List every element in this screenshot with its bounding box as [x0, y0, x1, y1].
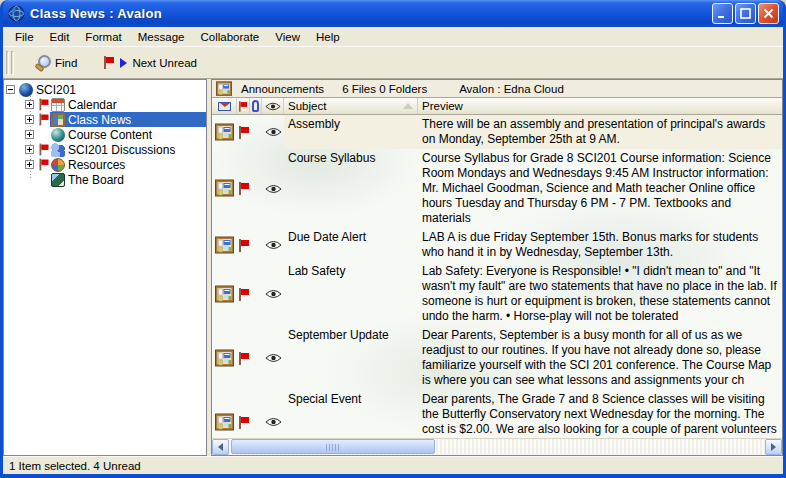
tree-item-label: SCI201 — [36, 83, 76, 97]
unread-flag-icon — [238, 288, 250, 301]
find-button[interactable]: Find — [28, 52, 83, 74]
course-content-icon — [51, 128, 65, 142]
message-preview: LAB A is due Friday September 15th. Bonu… — [418, 228, 782, 262]
expand-box-icon[interactable] — [25, 100, 34, 109]
maximize-button[interactable] — [735, 3, 756, 24]
tree-item-course-content[interactable]: Course Content — [4, 127, 206, 142]
bulletin-item-icon — [214, 236, 235, 255]
folder-tree-panel: SCI201 Calendar Class News Course Conten… — [3, 79, 207, 456]
column-attachment-icon[interactable] — [250, 98, 262, 114]
column-subject[interactable]: Subject — [284, 98, 418, 114]
message-row-lab-safety[interactable]: Lab Safety Lab Safety: Everyone is Respo… — [212, 262, 782, 326]
conference-header: Announcements 6 Files 0 Folders Avalon :… — [212, 80, 782, 98]
expand-box-icon[interactable] — [25, 145, 34, 154]
sort-ascending-icon — [403, 103, 413, 109]
tree-item-resources[interactable]: Resources — [4, 157, 206, 172]
eye-icon — [265, 417, 282, 427]
expand-box-icon[interactable] — [25, 160, 34, 169]
tree-item-label: SCI201 Discussions — [68, 143, 175, 157]
menu-item-help[interactable]: Help — [308, 29, 348, 45]
message-subject: Lab Safety — [284, 262, 418, 326]
eye-icon — [265, 353, 282, 363]
column-preview[interactable]: Preview — [418, 98, 782, 114]
tree-item-sci201-discussions[interactable]: SCI201 Discussions — [4, 142, 206, 157]
eye-icon — [265, 184, 282, 194]
bulletin-item-icon — [214, 285, 235, 304]
tree-item-sci201[interactable]: SCI201 — [4, 82, 206, 97]
message-list: Assembly There will be an assembly and p… — [212, 115, 782, 438]
tree-item-calendar[interactable]: Calendar — [4, 97, 206, 112]
eye-icon — [265, 127, 282, 137]
envelope-icon — [218, 102, 231, 111]
arrow-left-icon — [218, 443, 223, 451]
message-list-panel: Announcements 6 Files 0 Folders Avalon :… — [211, 79, 783, 456]
scroll-left-button[interactable] — [212, 439, 229, 455]
collapse-box-icon[interactable] — [6, 85, 15, 94]
column-preview-label: Preview — [422, 100, 463, 112]
scrollbar-thumb[interactable] — [231, 439, 435, 454]
server-user-location: Avalon : Edna Cloud — [459, 83, 564, 95]
unread-flag-icon — [238, 239, 250, 252]
file-folder-counts: 6 Files 0 Folders — [342, 83, 427, 95]
unread-flag-icon — [238, 182, 250, 195]
status-text: 1 Item selected. 4 Unread — [9, 460, 141, 472]
menu-item-collaborate[interactable]: Collaborate — [192, 29, 267, 45]
toolbar-gripper[interactable] — [6, 51, 14, 75]
next-unread-button[interactable]: Next Unread — [97, 53, 203, 72]
message-preview: Lab Safety: Everyone is Responsible! • "… — [418, 262, 782, 326]
message-preview: Dear Parents, September is a busy month … — [418, 326, 782, 390]
message-row-september-update[interactable]: September Update Dear Parents, September… — [212, 326, 782, 390]
minimize-button[interactable] — [712, 3, 733, 24]
resources-icon — [51, 158, 65, 172]
menu-item-message[interactable]: Message — [130, 29, 193, 45]
flag-icon — [103, 56, 115, 69]
message-row-course-syllabus[interactable]: Course Syllabus Course Syllabus for Grad… — [212, 149, 782, 228]
expand-box-icon[interactable] — [25, 130, 34, 139]
close-button[interactable] — [758, 3, 779, 24]
column-read-icon[interactable] — [262, 98, 284, 114]
message-subject: Assembly — [284, 115, 418, 149]
message-row-special-event[interactable]: Special Event Dear parents, The Grade 7 … — [212, 390, 782, 438]
message-preview: There will be an assembly and presentati… — [418, 115, 782, 149]
conference-title: Announcements — [241, 83, 324, 95]
menubar: FileEditFormatMessageCollaborateViewHelp — [3, 27, 783, 46]
conference-globe-icon — [19, 83, 33, 97]
menu-item-file[interactable]: File — [7, 29, 42, 45]
class-news-icon — [51, 113, 65, 127]
column-flag-icon[interactable] — [237, 98, 250, 114]
message-preview: Dear parents, The Grade 7 and 8 Science … — [418, 390, 782, 438]
tree-item-class-news[interactable]: Class News — [4, 112, 206, 127]
bulletin-item-icon — [214, 179, 235, 198]
tree-item-label: Class News — [68, 113, 131, 127]
toolbar: Find Next Unread — [3, 46, 783, 79]
expand-box-icon[interactable] — [25, 115, 34, 124]
find-button-label: Find — [55, 57, 77, 69]
unread-flag-icon — [38, 99, 49, 111]
eye-icon — [265, 289, 282, 299]
next-unread-button-label: Next Unread — [132, 57, 197, 69]
bulletin-board-icon — [215, 81, 233, 97]
status-bar: 1 Item selected. 4 Unread — [3, 456, 783, 474]
message-row-due-date-alert[interactable]: Due Date Alert LAB A is due Friday Septe… — [212, 228, 782, 262]
unread-flag-icon — [38, 159, 49, 171]
arrow-right-icon — [771, 443, 776, 451]
message-subject: Course Syllabus — [284, 149, 418, 228]
window-globe-icon — [8, 5, 25, 22]
menu-item-view[interactable]: View — [267, 29, 308, 45]
horizontal-scrollbar[interactable] — [212, 438, 782, 455]
calendar-icon — [51, 98, 65, 112]
message-row-assembly[interactable]: Assembly There will be an assembly and p… — [212, 115, 782, 149]
menu-item-format[interactable]: Format — [77, 29, 129, 45]
scroll-right-button[interactable] — [765, 439, 782, 455]
window-controls — [710, 3, 779, 24]
tree-item-label: Course Content — [68, 128, 152, 142]
scrollbar-track[interactable] — [230, 439, 782, 455]
unread-flag-icon — [238, 352, 250, 365]
folder-tree: SCI201 Calendar Class News Course Conten… — [4, 80, 206, 187]
magnifier-icon — [34, 55, 50, 71]
bulletin-item-icon — [214, 413, 235, 432]
tree-item-label: Calendar — [68, 98, 117, 112]
tree-item-the-board[interactable]: The Board — [4, 172, 206, 187]
column-message-icon[interactable] — [212, 98, 237, 114]
menu-item-edit[interactable]: Edit — [42, 29, 78, 45]
